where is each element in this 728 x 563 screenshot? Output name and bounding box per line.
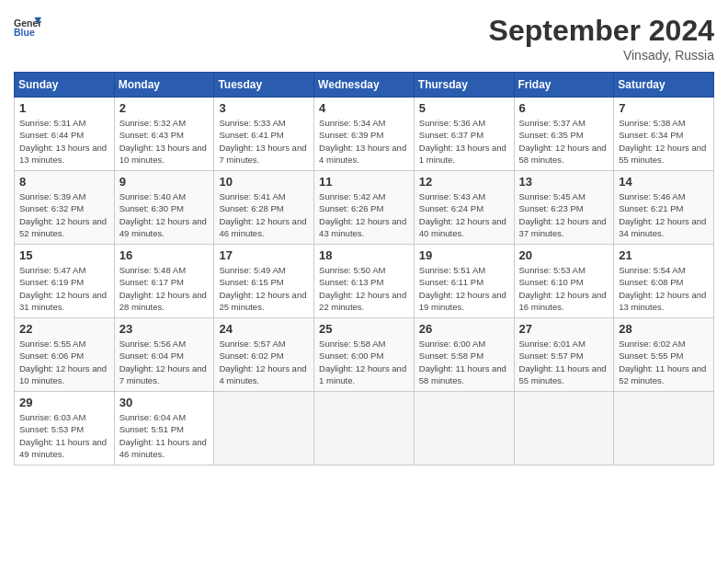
calendar-cell: 6 Sunrise: 5:37 AMSunset: 6:35 PMDayligh…	[514, 98, 614, 171]
day-info: Sunrise: 5:31 AMSunset: 6:44 PMDaylight:…	[19, 117, 109, 166]
calendar-cell: 27 Sunrise: 6:01 AMSunset: 5:57 PMDaylig…	[514, 318, 614, 392]
day-info: Sunrise: 5:39 AMSunset: 6:32 PMDaylight:…	[19, 190, 109, 239]
day-number: 26	[419, 322, 509, 336]
calendar-cell: 14 Sunrise: 5:46 AMSunset: 6:21 PMDaylig…	[614, 171, 714, 245]
calendar-cell: 26 Sunrise: 6:00 AMSunset: 5:58 PMDaylig…	[414, 318, 514, 392]
day-number: 22	[19, 322, 109, 336]
day-info: Sunrise: 6:02 AMSunset: 5:55 PMDaylight:…	[619, 338, 709, 386]
day-number: 13	[519, 175, 609, 189]
calendar-cell: 29 Sunrise: 6:03 AMSunset: 5:53 PMDaylig…	[15, 392, 115, 465]
month-title: September 2024	[489, 14, 714, 48]
calendar-cell: 5 Sunrise: 5:36 AMSunset: 6:37 PMDayligh…	[414, 98, 514, 171]
day-info: Sunrise: 5:36 AMSunset: 6:37 PMDaylight:…	[419, 117, 509, 166]
header-thursday: Thursday	[414, 73, 514, 98]
day-number: 6	[519, 101, 609, 115]
day-info: Sunrise: 5:34 AMSunset: 6:39 PMDaylight:…	[319, 117, 409, 166]
calendar-cell: 13 Sunrise: 5:45 AMSunset: 6:23 PMDaylig…	[514, 171, 614, 245]
day-number: 11	[319, 175, 409, 189]
day-number: 21	[619, 248, 709, 262]
calendar-cell	[414, 392, 514, 465]
calendar-week-1: 1 Sunrise: 5:31 AMSunset: 6:44 PMDayligh…	[15, 98, 714, 171]
day-info: Sunrise: 5:46 AMSunset: 6:21 PMDaylight:…	[619, 190, 709, 239]
calendar-cell: 16 Sunrise: 5:48 AMSunset: 6:17 PMDaylig…	[114, 245, 214, 318]
day-info: Sunrise: 5:41 AMSunset: 6:28 PMDaylight:…	[219, 190, 309, 239]
day-number: 28	[619, 322, 709, 336]
day-info: Sunrise: 5:38 AMSunset: 6:34 PMDaylight:…	[619, 117, 709, 166]
day-info: Sunrise: 5:56 AMSunset: 6:04 PMDaylight:…	[119, 338, 210, 386]
day-info: Sunrise: 5:40 AMSunset: 6:30 PMDaylight:…	[119, 190, 210, 239]
calendar-cell: 2 Sunrise: 5:32 AMSunset: 6:43 PMDayligh…	[114, 98, 214, 171]
day-number: 1	[19, 101, 109, 115]
header-sunday: Sunday	[15, 73, 115, 98]
calendar-cell: 25 Sunrise: 5:58 AMSunset: 6:00 PMDaylig…	[314, 318, 415, 392]
day-number: 7	[619, 101, 709, 115]
title-block: September 2024 Vinsady, Russia	[489, 14, 714, 63]
calendar-cell	[314, 392, 415, 465]
day-info: Sunrise: 5:48 AMSunset: 6:17 PMDaylight:…	[119, 264, 210, 313]
calendar-cell: 10 Sunrise: 5:41 AMSunset: 6:28 PMDaylig…	[214, 171, 314, 245]
day-number: 27	[519, 322, 609, 336]
calendar-cell: 7 Sunrise: 5:38 AMSunset: 6:34 PMDayligh…	[614, 98, 714, 171]
day-info: Sunrise: 5:37 AMSunset: 6:35 PMDaylight:…	[519, 117, 609, 166]
day-info: Sunrise: 6:03 AMSunset: 5:53 PMDaylight:…	[19, 411, 109, 460]
day-info: Sunrise: 5:58 AMSunset: 6:00 PMDaylight:…	[319, 338, 409, 386]
header-monday: Monday	[114, 73, 214, 98]
header-tuesday: Tuesday	[214, 73, 314, 98]
day-info: Sunrise: 6:00 AMSunset: 5:58 PMDaylight:…	[419, 338, 509, 386]
calendar-week-2: 8 Sunrise: 5:39 AMSunset: 6:32 PMDayligh…	[15, 171, 714, 245]
day-info: Sunrise: 5:51 AMSunset: 6:11 PMDaylight:…	[419, 264, 509, 313]
day-number: 3	[219, 101, 309, 115]
calendar-cell: 1 Sunrise: 5:31 AMSunset: 6:44 PMDayligh…	[15, 98, 115, 171]
calendar-cell: 22 Sunrise: 5:55 AMSunset: 6:06 PMDaylig…	[15, 318, 115, 392]
day-info: Sunrise: 6:01 AMSunset: 5:57 PMDaylight:…	[519, 338, 609, 386]
calendar-table: SundayMondayTuesdayWednesdayThursdayFrid…	[14, 72, 714, 465]
calendar-week-3: 15 Sunrise: 5:47 AMSunset: 6:19 PMDaylig…	[15, 245, 714, 318]
calendar-cell: 15 Sunrise: 5:47 AMSunset: 6:19 PMDaylig…	[15, 245, 115, 318]
day-info: Sunrise: 5:57 AMSunset: 6:02 PMDaylight:…	[219, 338, 309, 386]
header-saturday: Saturday	[614, 73, 714, 98]
day-info: Sunrise: 5:32 AMSunset: 6:43 PMDaylight:…	[119, 117, 210, 166]
day-number: 25	[319, 322, 409, 336]
logo: General Blue	[14, 14, 41, 41]
header-friday: Friday	[514, 73, 614, 98]
location: Vinsady, Russia	[489, 48, 714, 63]
calendar-cell	[614, 392, 714, 465]
calendar-week-5: 29 Sunrise: 6:03 AMSunset: 5:53 PMDaylig…	[15, 392, 714, 465]
day-info: Sunrise: 5:45 AMSunset: 6:23 PMDaylight:…	[519, 190, 609, 239]
day-number: 12	[419, 175, 509, 189]
calendar-cell: 30 Sunrise: 6:04 AMSunset: 5:51 PMDaylig…	[114, 392, 214, 465]
calendar-cell: 28 Sunrise: 6:02 AMSunset: 5:55 PMDaylig…	[614, 318, 714, 392]
header-row: SundayMondayTuesdayWednesdayThursdayFrid…	[15, 73, 714, 98]
day-number: 30	[119, 396, 210, 409]
calendar-cell: 12 Sunrise: 5:43 AMSunset: 6:24 PMDaylig…	[414, 171, 514, 245]
calendar-cell: 19 Sunrise: 5:51 AMSunset: 6:11 PMDaylig…	[414, 245, 514, 318]
day-info: Sunrise: 5:42 AMSunset: 6:26 PMDaylight:…	[319, 190, 409, 239]
day-number: 17	[219, 248, 309, 262]
day-number: 19	[419, 248, 509, 262]
day-number: 10	[219, 175, 309, 189]
calendar-cell: 20 Sunrise: 5:53 AMSunset: 6:10 PMDaylig…	[514, 245, 614, 318]
day-number: 16	[119, 248, 210, 262]
day-number: 14	[619, 175, 709, 189]
day-info: Sunrise: 5:47 AMSunset: 6:19 PMDaylight:…	[19, 264, 109, 313]
calendar-week-4: 22 Sunrise: 5:55 AMSunset: 6:06 PMDaylig…	[15, 318, 714, 392]
day-info: Sunrise: 5:33 AMSunset: 6:41 PMDaylight:…	[219, 117, 309, 166]
day-number: 20	[519, 248, 609, 262]
day-info: Sunrise: 5:53 AMSunset: 6:10 PMDaylight:…	[519, 264, 609, 313]
day-number: 9	[119, 175, 210, 189]
calendar-cell: 18 Sunrise: 5:50 AMSunset: 6:13 PMDaylig…	[314, 245, 415, 318]
calendar-cell: 21 Sunrise: 5:54 AMSunset: 6:08 PMDaylig…	[614, 245, 714, 318]
calendar-cell: 23 Sunrise: 5:56 AMSunset: 6:04 PMDaylig…	[114, 318, 214, 392]
day-number: 18	[319, 248, 409, 262]
calendar-cell: 3 Sunrise: 5:33 AMSunset: 6:41 PMDayligh…	[214, 98, 314, 171]
header-wednesday: Wednesday	[314, 73, 415, 98]
day-info: Sunrise: 5:43 AMSunset: 6:24 PMDaylight:…	[419, 190, 509, 239]
day-number: 5	[419, 101, 509, 115]
day-info: Sunrise: 6:04 AMSunset: 5:51 PMDaylight:…	[119, 411, 210, 460]
day-number: 4	[319, 101, 409, 115]
calendar-cell: 4 Sunrise: 5:34 AMSunset: 6:39 PMDayligh…	[314, 98, 415, 171]
day-number: 24	[219, 322, 309, 336]
svg-text:Blue: Blue	[14, 27, 35, 38]
day-number: 29	[19, 396, 109, 409]
calendar-cell: 24 Sunrise: 5:57 AMSunset: 6:02 PMDaylig…	[214, 318, 314, 392]
